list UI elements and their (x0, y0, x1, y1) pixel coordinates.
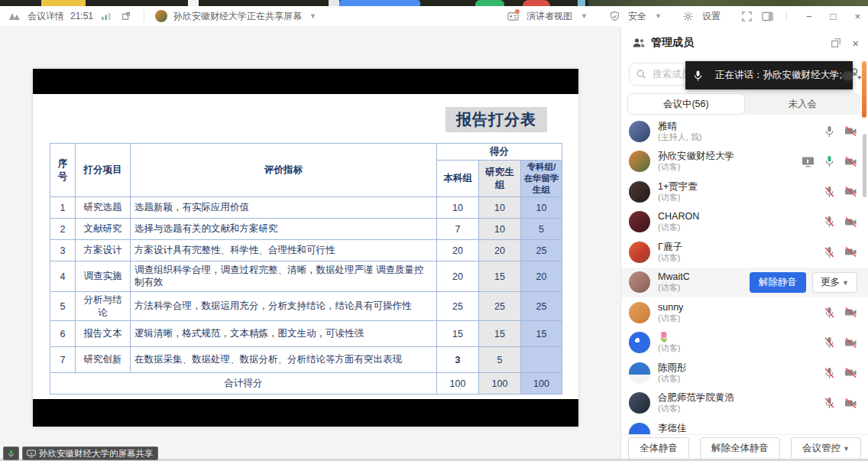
minimize-button[interactable]: − (806, 11, 812, 22)
chevron-down-icon[interactable]: ▼ (309, 12, 316, 20)
member-row[interactable]: 1+贾宇萱 (访客) (621, 177, 868, 207)
scrollbar-orange[interactable] (862, 61, 866, 118)
member-row[interactable]: CHARON (访客) (621, 207, 868, 238)
mic-muted-icon[interactable] (824, 246, 835, 258)
camera-off-icon[interactable] (844, 246, 857, 258)
scrollbar-thumb[interactable] (863, 134, 866, 197)
sharing-status-text[interactable]: 孙欣安徽财经大学正在共享屏幕 (173, 10, 302, 23)
cell-college: 15 (521, 321, 562, 347)
meeting-details-link[interactable]: 会议详情 (28, 10, 64, 23)
speaker-view-button[interactable]: 演讲者视图 (526, 10, 572, 23)
member-row[interactable]: 合肥师范学院黄浩 (访客) (621, 388, 868, 419)
more-button[interactable]: 更多▼ (812, 272, 857, 293)
close-button[interactable]: × (854, 11, 860, 22)
mic-speaking-icon[interactable] (824, 155, 835, 167)
cell-criteria: 在数据采集、数据处理、数据分析、分析结论等方面有突出表现 (131, 347, 437, 373)
member-role: (访客) (658, 193, 698, 203)
close-panel-icon[interactable]: × (852, 37, 859, 49)
mic-icon[interactable] (824, 125, 835, 138)
speaker-view-icon[interactable] (506, 9, 520, 23)
mic-muted-icon[interactable] (824, 307, 835, 319)
cell-grad: 15 (479, 261, 521, 292)
camera-off-icon[interactable] (844, 125, 857, 137)
tab-in-meeting[interactable]: 会议中(56) (627, 93, 745, 115)
camera-off-icon[interactable] (844, 216, 857, 228)
member-row[interactable]: 陈雨彤 (访客) (621, 358, 868, 388)
side-panel-layout-icon[interactable] (761, 9, 775, 23)
security-shield-icon[interactable] (607, 9, 621, 23)
camera-off-icon[interactable] (844, 337, 857, 349)
avatar (629, 332, 650, 353)
cell-item: 报告文本 (76, 321, 131, 347)
member-row[interactable]: 🌷 (访客) (621, 328, 868, 359)
cell-college (521, 347, 562, 373)
screen-share-icon[interactable] (802, 156, 815, 167)
unmute-button[interactable]: 解除静音 (750, 272, 806, 293)
security-button[interactable]: 安全 (628, 10, 646, 23)
member-role: (访客) (658, 162, 734, 172)
mic-muted-icon[interactable] (824, 216, 835, 228)
avatar (629, 211, 650, 232)
members-icon (632, 37, 646, 48)
unmute-all-button[interactable]: 解除全体静音 (700, 437, 780, 459)
member-row[interactable]: 孙欣安徽财经大学 (访客) (621, 147, 868, 177)
camera-off-icon[interactable] (844, 156, 857, 167)
camera-off-icon[interactable] (844, 307, 857, 318)
cell-undergrad: 7 (437, 219, 479, 240)
camera-off-icon[interactable] (844, 186, 857, 197)
col-header-no: 序号 (50, 144, 76, 197)
camera-off-icon[interactable] (844, 367, 857, 378)
cell-item: 方案设计 (76, 240, 131, 261)
member-role: (访客) (658, 253, 682, 263)
camera-off-icon[interactable] (844, 398, 857, 409)
cell-criteria: 逻辑清晰，格式规范，文本精炼，图文生动，可读性强 (131, 321, 437, 347)
table-row: 4 调查实施 调查组织科学合理，调查过程完整、清晰，数据处理严谨 调查质量控制有… (50, 261, 562, 292)
mic-icon (693, 70, 703, 82)
desktop-fragment (41, 0, 86, 6)
search-icon (636, 69, 646, 80)
table-row: 2 文献研究 选择与选题有关的文献和方案研究 7 10 5 (50, 219, 562, 240)
table-row: 7 研究创新 在数据采集、数据处理、数据分析、分析结论等方面有突出表现 3 5 (50, 347, 562, 373)
member-role: (访客) (658, 404, 734, 414)
mic-muted-icon[interactable] (824, 336, 835, 349)
maximize-button[interactable]: □ (831, 11, 837, 22)
mic-muted-icon[interactable] (824, 186, 835, 198)
mic-muted-icon[interactable] (824, 397, 835, 409)
cell-undergrad: 15 (437, 321, 479, 347)
cell-grad: 25 (479, 292, 521, 321)
share-label-chip[interactable]: 孙欣安徽财经大学的屏幕共享 (22, 446, 158, 460)
cell-item: 研究创新 (76, 347, 131, 373)
tab-not-joined[interactable]: 未入会 (745, 93, 861, 115)
popout-window-icon[interactable] (119, 9, 133, 23)
cell-college: 25 (521, 292, 562, 321)
table-row: 1 研究选题 选题新颖，有实际应用价值 10 10 10 (50, 197, 562, 219)
settings-gear-icon[interactable] (682, 9, 695, 23)
member-name: 孙欣安徽财经大学 (658, 151, 734, 162)
chevron-down-icon[interactable]: ▼ (655, 12, 662, 20)
member-role: (主持人, 我) (658, 132, 701, 142)
cell-item: 文献研究 (76, 219, 131, 240)
popout-panel-icon[interactable] (831, 37, 841, 48)
settings-button[interactable]: 设置 (702, 10, 721, 23)
sharer-avatar (155, 10, 167, 22)
mic-muted-icon[interactable] (824, 367, 835, 379)
fullscreen-icon[interactable] (740, 9, 754, 23)
mic-chip[interactable] (3, 446, 19, 460)
speaking-toast: 正在讲话：孙欣安徽财经大学;... ◆◆ (685, 61, 853, 89)
member-row[interactable]: sunny (访客) (621, 297, 868, 328)
cell-no: 6 (50, 321, 76, 347)
member-row[interactable]: Γ鹿子 (访客) (621, 237, 868, 268)
member-row[interactable]: 李德佳 (访客) (621, 418, 868, 434)
share-status-overlay[interactable]: 孙欣安徽财经大学的屏幕共享 (3, 446, 158, 460)
chevron-down-icon[interactable]: ▼ (581, 12, 588, 20)
avatar (629, 423, 650, 434)
titlebar: 会议详情 21:51 孙欣安徽财经大学正在共享屏幕 ▼ 演讲者视图 ▼ (0, 6, 868, 26)
mute-all-button[interactable]: 全体静音 (628, 437, 689, 459)
avatar (629, 362, 650, 384)
cell-college: 25 (521, 240, 562, 261)
member-row-hovered[interactable]: MwaitC (访客) 解除静音 更多▼ (621, 268, 868, 298)
member-row[interactable]: 雅晴 (主持人, 我) (621, 116, 868, 147)
desktop-fragment (329, 0, 339, 6)
cell-grad: 10 (479, 197, 521, 219)
meeting-control-button[interactable]: 会议管控▼ (791, 437, 861, 459)
